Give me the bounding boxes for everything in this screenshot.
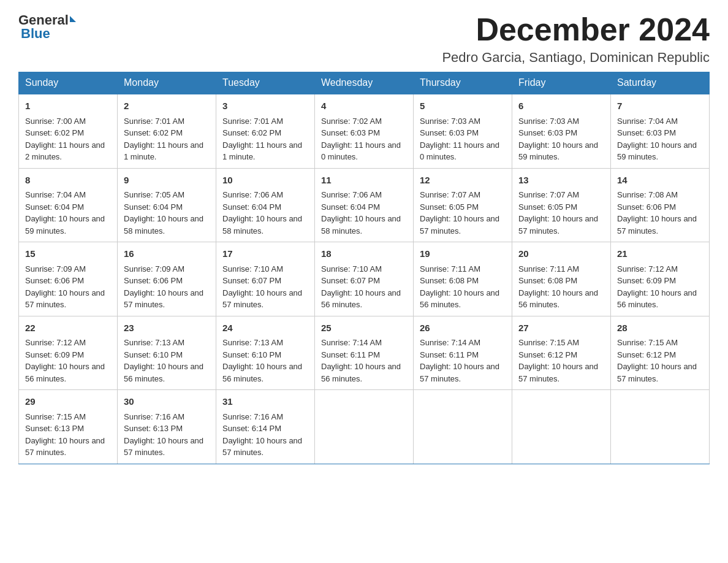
calendar-cell [512, 390, 611, 464]
day-number: 24 [222, 321, 308, 335]
calendar-cell: 30Sunrise: 7:16 AMSunset: 6:13 PMDayligh… [118, 390, 216, 464]
day-number: 21 [617, 247, 703, 261]
calendar-week-row: 22Sunrise: 7:12 AMSunset: 6:09 PMDayligh… [19, 316, 710, 390]
calendar-week-row: 8Sunrise: 7:04 AMSunset: 6:04 PMDaylight… [19, 168, 710, 242]
calendar-cell: 7Sunrise: 7:04 AMSunset: 6:03 PMDaylight… [611, 94, 710, 168]
calendar-cell: 8Sunrise: 7:04 AMSunset: 6:04 PMDaylight… [19, 168, 118, 242]
day-header-saturday: Saturday [611, 72, 710, 94]
day-number: 19 [420, 247, 506, 261]
day-number: 27 [518, 321, 604, 335]
day-number: 18 [321, 247, 407, 261]
calendar-cell: 26Sunrise: 7:14 AMSunset: 6:11 PMDayligh… [414, 316, 512, 390]
day-number: 31 [222, 395, 308, 409]
day-number: 4 [321, 99, 407, 113]
calendar-cell: 15Sunrise: 7:09 AMSunset: 6:06 PMDayligh… [19, 242, 118, 316]
page-header: General Blue December 2024 Pedro Garcia,… [18, 12, 710, 66]
day-header-friday: Friday [512, 72, 611, 94]
day-number: 10 [222, 174, 308, 188]
calendar-header-row: SundayMondayTuesdayWednesdayThursdayFrid… [19, 72, 710, 94]
calendar-cell: 20Sunrise: 7:11 AMSunset: 6:08 PMDayligh… [512, 242, 611, 316]
logo: General Blue [18, 12, 76, 42]
day-number: 23 [124, 321, 210, 335]
day-number: 12 [420, 174, 506, 188]
calendar-cell: 12Sunrise: 7:07 AMSunset: 6:05 PMDayligh… [414, 168, 512, 242]
day-number: 29 [25, 395, 111, 409]
day-number: 3 [222, 99, 308, 113]
calendar-cell: 2Sunrise: 7:01 AMSunset: 6:02 PMDaylight… [118, 94, 216, 168]
day-number: 2 [124, 99, 210, 113]
calendar-cell: 6Sunrise: 7:03 AMSunset: 6:03 PMDaylight… [512, 94, 611, 168]
location-title: Pedro Garcia, Santiago, Dominican Republ… [442, 50, 710, 66]
calendar-cell: 16Sunrise: 7:09 AMSunset: 6:06 PMDayligh… [118, 242, 216, 316]
calendar-table: SundayMondayTuesdayWednesdayThursdayFrid… [18, 72, 710, 464]
day-header-tuesday: Tuesday [216, 72, 315, 94]
calendar-cell: 24Sunrise: 7:13 AMSunset: 6:10 PMDayligh… [216, 316, 315, 390]
calendar-week-row: 1Sunrise: 7:00 AMSunset: 6:02 PMDaylight… [19, 94, 710, 168]
day-header-wednesday: Wednesday [315, 72, 414, 94]
calendar-cell: 23Sunrise: 7:13 AMSunset: 6:10 PMDayligh… [118, 316, 216, 390]
day-number: 1 [25, 99, 111, 113]
day-number: 28 [617, 321, 703, 335]
day-header-monday: Monday [118, 72, 216, 94]
calendar-cell: 25Sunrise: 7:14 AMSunset: 6:11 PMDayligh… [315, 316, 414, 390]
day-header-thursday: Thursday [414, 72, 512, 94]
calendar-cell: 18Sunrise: 7:10 AMSunset: 6:07 PMDayligh… [315, 242, 414, 316]
day-number: 22 [25, 321, 111, 335]
calendar-cell: 28Sunrise: 7:15 AMSunset: 6:12 PMDayligh… [611, 316, 710, 390]
calendar-cell: 17Sunrise: 7:10 AMSunset: 6:07 PMDayligh… [216, 242, 315, 316]
calendar-cell [315, 390, 414, 464]
day-header-sunday: Sunday [19, 72, 118, 94]
calendar-cell: 10Sunrise: 7:06 AMSunset: 6:04 PMDayligh… [216, 168, 315, 242]
calendar-cell: 19Sunrise: 7:11 AMSunset: 6:08 PMDayligh… [414, 242, 512, 316]
calendar-cell: 5Sunrise: 7:03 AMSunset: 6:03 PMDaylight… [414, 94, 512, 168]
calendar-cell: 27Sunrise: 7:15 AMSunset: 6:12 PMDayligh… [512, 316, 611, 390]
day-number: 9 [124, 174, 210, 188]
day-number: 14 [617, 174, 703, 188]
calendar-cell [611, 390, 710, 464]
calendar-cell: 11Sunrise: 7:06 AMSunset: 6:04 PMDayligh… [315, 168, 414, 242]
day-number: 26 [420, 321, 506, 335]
calendar-cell: 29Sunrise: 7:15 AMSunset: 6:13 PMDayligh… [19, 390, 118, 464]
day-number: 16 [124, 247, 210, 261]
month-title: December 2024 [442, 12, 710, 47]
title-area: December 2024 Pedro Garcia, Santiago, Do… [442, 12, 710, 66]
calendar-cell: 9Sunrise: 7:05 AMSunset: 6:04 PMDaylight… [118, 168, 216, 242]
day-number: 11 [321, 174, 407, 188]
day-number: 8 [25, 174, 111, 188]
calendar-week-row: 15Sunrise: 7:09 AMSunset: 6:06 PMDayligh… [19, 242, 710, 316]
calendar-cell: 13Sunrise: 7:07 AMSunset: 6:05 PMDayligh… [512, 168, 611, 242]
calendar-week-row: 29Sunrise: 7:15 AMSunset: 6:13 PMDayligh… [19, 390, 710, 464]
day-number: 6 [518, 99, 604, 113]
day-number: 17 [222, 247, 308, 261]
calendar-cell: 3Sunrise: 7:01 AMSunset: 6:02 PMDaylight… [216, 94, 315, 168]
day-number: 20 [518, 247, 604, 261]
calendar-cell: 4Sunrise: 7:02 AMSunset: 6:03 PMDaylight… [315, 94, 414, 168]
day-number: 5 [420, 99, 506, 113]
calendar-cell: 22Sunrise: 7:12 AMSunset: 6:09 PMDayligh… [19, 316, 118, 390]
calendar-cell: 21Sunrise: 7:12 AMSunset: 6:09 PMDayligh… [611, 242, 710, 316]
day-number: 13 [518, 174, 604, 188]
logo-blue-text: Blue [21, 26, 50, 42]
calendar-cell: 14Sunrise: 7:08 AMSunset: 6:06 PMDayligh… [611, 168, 710, 242]
calendar-cell: 31Sunrise: 7:16 AMSunset: 6:14 PMDayligh… [216, 390, 315, 464]
calendar-cell: 1Sunrise: 7:00 AMSunset: 6:02 PMDaylight… [19, 94, 118, 168]
day-number: 25 [321, 321, 407, 335]
day-number: 15 [25, 247, 111, 261]
day-number: 7 [617, 99, 703, 113]
logo-triangle-icon [70, 16, 76, 22]
day-number: 30 [124, 395, 210, 409]
calendar-cell [414, 390, 512, 464]
